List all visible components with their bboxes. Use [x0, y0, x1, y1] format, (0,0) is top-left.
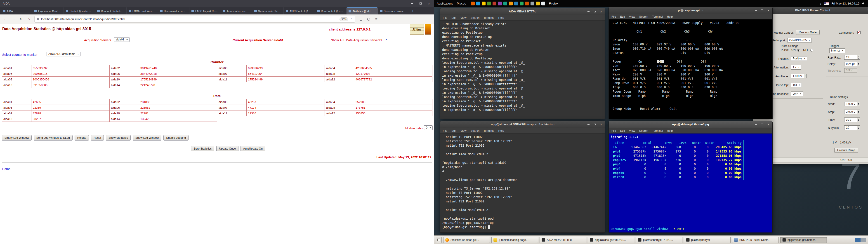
browser-tab[interactable]: ASIC Control @ … [284, 7, 315, 14]
close-icon[interactable]: × [599, 10, 603, 13]
terminal-titlebar[interactable]: npg@aidas-gsi:/MIDAS/linux-ppc_4xx/start… [440, 121, 605, 128]
bookmark-star-icon[interactable]: ☆ [350, 18, 353, 21]
browser-tab[interactable]: Readout Control… [95, 7, 127, 14]
terminal-titlebar[interactable]: pi@raspberrypi: ~ × [609, 7, 772, 14]
ramp-time-spinbox[interactable]: 30 s▴▾ [844, 118, 860, 122]
log-button[interactable]: Reload [74, 135, 89, 141]
log-button[interactable]: Show Log Window [133, 135, 162, 141]
menu-icon[interactable]: ≡ [373, 16, 380, 23]
extensions-icon[interactable] [358, 16, 364, 23]
taskbar-button[interactable]: AIDA MIDAS HTTPd [539, 237, 586, 243]
terminal-menu-item[interactable]: Terminal [484, 16, 494, 20]
spin-up-icon[interactable]: ▴ [805, 74, 806, 76]
terminal-menu-item[interactable]: Help [667, 129, 673, 132]
spin-up-icon[interactable]: ▴ [858, 110, 859, 112]
browser-tab[interactable]: Spectrum Brows… [378, 7, 409, 14]
terminal-menu-item[interactable]: Search [639, 129, 648, 132]
places-menu[interactable]: Places [457, 2, 466, 5]
taskbar-button[interactable]: npg@aidas-gsi:/MIDAS… [588, 237, 634, 243]
log-button[interactable]: Send Log Window to ELog [34, 135, 72, 141]
terminal-menu-item[interactable]: View [460, 16, 467, 20]
terminal-menu-item[interactable]: Terminal [652, 129, 663, 132]
browser-tab[interactable]: AIDA [1, 7, 32, 14]
shield-icon[interactable] [37, 18, 39, 21]
ramp-baseline-select[interactable]: OFF▾ [791, 92, 803, 96]
execute-ramp-button[interactable]: Execute Ramp [834, 148, 858, 153]
pulse-top-select[interactable]: Tail▾ [791, 83, 802, 87]
pulse-on-radio[interactable] [797, 49, 800, 52]
workspace-1[interactable] [855, 238, 861, 242]
terminal-menu-item[interactable]: File [443, 16, 447, 20]
focused-window-label[interactable]: Firefox [549, 2, 558, 5]
workspace-2[interactable] [861, 238, 866, 242]
tray-icon[interactable] [487, 2, 491, 5]
terminal-titlebar[interactable]: AIDA MIDAS HTTPd × [440, 8, 605, 15]
terminal-menu-item[interactable]: File [612, 15, 616, 18]
terminal-menu-item[interactable]: View [460, 129, 467, 132]
terminal-menu-item[interactable]: Terminal [652, 15, 663, 18]
maximize-icon[interactable] [418, 1, 423, 6]
spin-down-icon[interactable]: ▾ [858, 57, 859, 59]
minimize-icon[interactable] [410, 1, 414, 6]
browser-tab[interactable]: Discriminator co… [158, 7, 189, 14]
terminal-titlebar[interactable]: npg@aidas-gsi:/home/npg × [609, 121, 772, 128]
log-button[interactable]: Reset [91, 135, 104, 141]
show-desktop-icon[interactable] [436, 237, 442, 243]
close-icon[interactable]: × [599, 123, 603, 126]
terminal-menu-item[interactable]: Terminal [484, 129, 494, 132]
spin-up-icon[interactable]: ▴ [858, 118, 859, 120]
close-icon[interactable]: × [767, 123, 770, 126]
home-button[interactable]: ⌂ [25, 16, 32, 23]
tray-icon[interactable] [520, 2, 524, 5]
tray-icon[interactable] [503, 2, 507, 5]
log-button[interactable]: Empty Log Window [2, 135, 32, 141]
log-button[interactable]: Show Variables [106, 135, 131, 141]
home-link[interactable]: Home [2, 167, 10, 171]
clock[interactable]: Fri May 13, 16:04:19 [831, 2, 860, 5]
terminal-menu-item[interactable]: File [612, 129, 616, 132]
terminal-menu-item[interactable]: Search [639, 15, 648, 18]
maximize-icon[interactable] [760, 8, 764, 12]
pulse-off-radio[interactable] [810, 49, 813, 52]
spin-down-icon[interactable]: ▾ [858, 64, 859, 65]
random-mode-button[interactable]: Random Mode [796, 30, 819, 35]
terminal-menu-item[interactable]: File [443, 129, 447, 132]
minimize-icon[interactable] [754, 123, 757, 126]
spin-down-icon[interactable]: ▾ [858, 128, 859, 129]
ramp-start-spinbox[interactable]: 1.000 V▴▾ [844, 102, 860, 106]
rep-rate-spinbox[interactable]: 2 Hz▴▾ [844, 55, 860, 60]
maximize-icon[interactable] [593, 123, 596, 126]
terminal-menu-item[interactable]: Edit [620, 129, 625, 132]
reload-button[interactable]: ↻ [18, 16, 24, 23]
tray-icon[interactable] [536, 2, 540, 5]
ramp-stop-spinbox[interactable]: 2.000 V▴▾ [844, 110, 860, 114]
browser-tab[interactable]: System wide Ch… [252, 7, 284, 14]
log-button[interactable]: Enable Logging [163, 135, 188, 141]
applications-menu[interactable]: Applications [437, 2, 453, 5]
close-icon[interactable]: × [427, 1, 431, 6]
minimize-icon[interactable] [587, 10, 590, 13]
attenuation-select[interactable]: 1 x▾ [791, 65, 801, 69]
taskbar-button[interactable]: BNC PB-5 Pulser Contr… [732, 237, 779, 243]
zoom-level-badge[interactable]: 90% [340, 18, 348, 21]
close-icon[interactable]: × [767, 8, 770, 12]
taskbar-button[interactable]: npg@aidas-gsi:/home/… [780, 237, 827, 243]
terminal-menu-item[interactable]: Edit [620, 15, 625, 18]
terminal-menu-item[interactable]: Edit [452, 129, 456, 132]
browser-tab[interactable]: Control @ aidas… [64, 7, 95, 14]
url-bar[interactable]: localhost:8015/DataAcquisitionControl/Da… [34, 16, 355, 23]
spin-down-icon[interactable]: ▾ [858, 120, 859, 121]
network-icon[interactable]: ↕ [820, 2, 822, 5]
trigger-source-select[interactable]: Internal▾ [829, 48, 845, 53]
terminal-menu-item[interactable]: Search [471, 129, 480, 132]
action-button[interactable]: AutoUpdate On [241, 146, 266, 151]
terminal-menu-item[interactable]: View [629, 129, 635, 132]
polarity-select[interactable]: Positive▾ [791, 56, 807, 61]
connection-checkbox[interactable]: ✓ [857, 31, 861, 34]
forward-button[interactable]: → [10, 16, 17, 23]
account-icon[interactable] [365, 16, 372, 23]
tray-icon[interactable] [525, 2, 529, 5]
terminal-menu-item[interactable]: Help [667, 15, 673, 18]
browser-tab[interactable]: FADC Align & Co… [189, 7, 221, 14]
browser-tab[interactable]: LOCAL and Wave… [127, 7, 158, 14]
